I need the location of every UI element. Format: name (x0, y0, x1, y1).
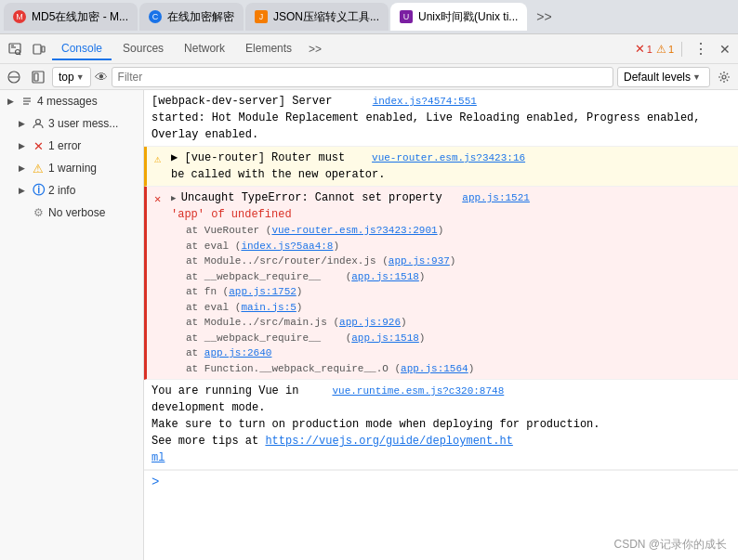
collapse-button[interactable] (28, 67, 48, 87)
stack-link-1[interactable]: vue-router.esm.js?3423:2901 (271, 225, 437, 236)
sidebar-item-info[interactable]: ▶ ⓘ 2 info (0, 179, 143, 202)
stack-link-7[interactable]: app.js:926 (339, 317, 401, 328)
list-icon (20, 95, 33, 108)
entry-body-vue-router-warn: ▶ [vue-router] Router must vue-router.es… (171, 150, 731, 183)
stack-line-5: at fn (app.js:1752) (186, 284, 731, 300)
sidebar-label-warnings: 1 warning (48, 162, 136, 175)
entry-expand-arrow: ▶ (171, 194, 181, 203)
tab-sources[interactable]: Sources (113, 38, 173, 60)
toolbar-right: ✕ 1 ⚠ 1 ⋮ ✕ (635, 40, 734, 58)
tab-label-4: Unix时间戳(Unix ti... (418, 9, 518, 25)
error-count-badge[interactable]: ✕ 1 (635, 42, 652, 56)
error-x-entry-icon: ✕ (154, 193, 161, 206)
entry-location-typeerror[interactable]: app.js:1521 (462, 192, 530, 203)
error-circle-icon: ✕ (32, 139, 45, 152)
stack-line-7: at Module../src/main.js (app.js:926) (186, 315, 731, 331)
filter-input[interactable] (112, 67, 613, 87)
sidebar-item-all-messages[interactable]: ▶ 4 messages (0, 90, 143, 112)
entry-body-vue-runtime: You are running Vue in vue.runtime.esm.j… (152, 383, 731, 466)
console-entry-webpack: [webpack-dev-server] Server index.js?457… (144, 90, 738, 147)
sidebar-item-verbose[interactable]: ⚙ No verbose (0, 202, 143, 224)
sidebar-label-verbose: No verbose (48, 206, 136, 219)
error-x-icon: ✕ (635, 42, 645, 56)
context-selector[interactable]: top ▼ (52, 67, 91, 87)
entry-location-vue-router[interactable]: vue-router.esm.js?3423:16 (372, 152, 525, 163)
entry-location-webpack[interactable]: index.js?4574:551 (373, 96, 477, 107)
arrow-icon-messages: ▶ (7, 97, 17, 106)
tab-console[interactable]: Console (52, 38, 112, 60)
browser-tab-1[interactable]: M MD5在线加密 - M... (4, 3, 138, 31)
more-devtools-tabs[interactable]: >> (303, 39, 327, 59)
inspect-element-button[interactable] (4, 38, 26, 60)
tab-network[interactable]: Network (175, 38, 234, 60)
stack-line-1: at VueRouter (vue-router.esm.js?3423:290… (186, 223, 731, 239)
level-dropdown-icon: ▼ (692, 72, 701, 82)
arrow-icon-error: ▶ (19, 141, 28, 150)
stack-line-2: at eval (index.js?5aa4:8) (186, 239, 731, 254)
entry-text-warn1: ▶ [vue-router] Router must (171, 151, 365, 164)
warning-count: 1 (668, 44, 674, 55)
level-value: Default levels (624, 71, 691, 84)
console-settings-button[interactable] (714, 67, 734, 87)
sidebar-label-all-messages: 4 messages (37, 95, 136, 108)
info-circle-icon: ⓘ (32, 184, 45, 197)
browser-tab-2[interactable]: C 在线加密解密 (139, 3, 244, 31)
verbose-icon: ⚙ (32, 206, 45, 219)
entry-text-vue1: You are running Vue in (152, 384, 325, 397)
arrow-icon-user: ▶ (19, 119, 28, 128)
clear-console-button[interactable] (4, 67, 24, 87)
stack-link-6[interactable]: main.js:5 (241, 302, 296, 313)
sidebar-item-user-messages[interactable]: ▶ 3 user mess... (0, 112, 143, 135)
stack-line-10: at Function.__webpack_require__.O (app.j… (186, 361, 731, 377)
svg-rect-10 (34, 73, 38, 81)
tab-favicon-3: J (255, 10, 268, 23)
console-entry-typeerror: ✕ ▶ Uncaught TypeError: Cannot set prope… (144, 187, 738, 380)
warning-triangle-entry-icon: ⚠ (154, 153, 161, 166)
stack-link-5[interactable]: app.js:1752 (229, 286, 297, 297)
stack-link-8[interactable]: app.js:1518 (351, 332, 419, 344)
entry-location-vue-runtime[interactable]: vue.runtime.esm.js?c320:8748 (332, 385, 504, 397)
warning-triangle-icon: ⚠ (656, 43, 666, 56)
console-entry-vue-runtime: You are running Vue in vue.runtime.esm.j… (144, 380, 738, 470)
stack-link-3[interactable]: app.js:937 (389, 255, 450, 267)
entry-text-typeerror1: Uncaught TypeError: Cannot set property (181, 191, 455, 204)
warning-entry-icon: ⚠ (154, 150, 167, 168)
context-value: top (59, 71, 74, 84)
stack-link-9[interactable]: app.js:2640 (204, 347, 272, 358)
toolbar-separator (681, 42, 682, 57)
console-entry-vue-router-warn: ⚠ ▶ [vue-router] Router must vue-router.… (144, 147, 738, 187)
sidebar-label-errors: 1 error (48, 139, 136, 152)
eye-icon: 👁 (95, 70, 108, 85)
svg-line-4 (20, 53, 20, 54)
more-tabs-button[interactable]: >> (529, 9, 559, 24)
stack-line-9: at app.js:2640 (186, 345, 731, 361)
error-count: 1 (647, 44, 652, 55)
stack-link-4[interactable]: app.js:1518 (351, 271, 419, 282)
stack-line-8: at __webpack_require__ (app.js:1518) (186, 331, 731, 346)
arrow-icon-warning: ▶ (19, 163, 28, 173)
sidebar-item-errors[interactable]: ▶ ✕ 1 error (0, 135, 143, 157)
close-devtools-button[interactable]: ✕ (716, 42, 734, 57)
devtools-panel: Console Sources Network Elements >> ✕ 1 … (0, 33, 738, 560)
console-prompt-symbol: > (152, 475, 159, 489)
warning-count-badge[interactable]: ⚠ 1 (656, 43, 674, 56)
stack-trace: at VueRouter (vue-router.esm.js?3423:290… (171, 223, 731, 376)
browser-tab-4[interactable]: U Unix时间戳(Unix ti... (390, 3, 527, 31)
csdn-watermark: CSDN @记录你的成长 (613, 537, 727, 553)
tab-elements[interactable]: Elements (236, 38, 301, 60)
arrow-icon-info: ▶ (19, 186, 28, 195)
context-dropdown-icon: ▼ (76, 72, 85, 82)
sidebar-item-warnings[interactable]: ▶ ⚠ 1 warning (0, 157, 143, 179)
stack-link-10[interactable]: app.js:1564 (401, 363, 468, 374)
more-options-button[interactable]: ⋮ (690, 40, 712, 58)
log-level-selector[interactable]: Default levels ▼ (617, 67, 710, 87)
entry-text-vue3: Make sure to turn on production mode whe… (152, 418, 600, 431)
tab-label-3: JSON压缩转义工具... (273, 9, 379, 25)
device-toolbar-button[interactable] (28, 38, 50, 60)
tab-favicon-2: C (149, 10, 162, 23)
browser-tab-3[interactable]: J JSON压缩转义工具... (245, 3, 389, 31)
stack-link-2[interactable]: index.js?5aa4:8 (241, 241, 333, 252)
warning-triangle-icon-sidebar: ⚠ (32, 162, 45, 175)
entry-text-vue2: development mode. (152, 401, 265, 414)
sidebar-label-user-messages: 3 user mess... (48, 117, 136, 130)
